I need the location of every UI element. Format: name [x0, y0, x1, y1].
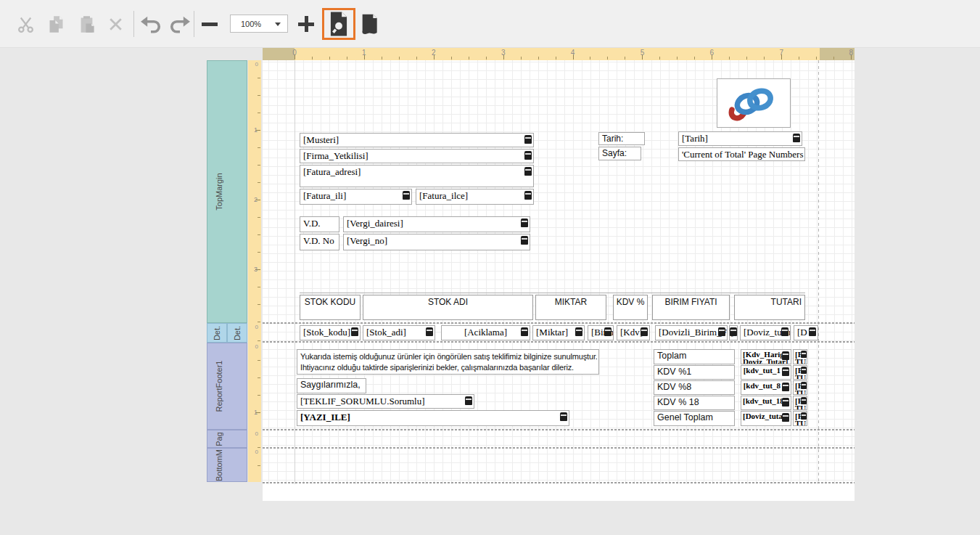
script-icon: [358, 12, 380, 36]
datafield-icon: [521, 219, 528, 227]
scissors-icon: [16, 15, 36, 34]
field-teklif-sorumlu[interactable]: [TEKLIF_SORUMLU.Sorumlu]: [297, 394, 474, 409]
column-header-stok-kodu[interactable]: STOK KODU: [300, 295, 361, 320]
field-doviz-small[interactable]: [D: [729, 325, 738, 340]
datafield-icon: [524, 151, 532, 160]
field-currency-4[interactable]: [FTU: [793, 411, 807, 426]
toolbar-separator: [194, 11, 194, 37]
copy-button[interactable]: [44, 9, 68, 38]
label-kdv18[interactable]: KDV % 18: [654, 396, 735, 410]
vertical-ruler: 012300100: [248, 60, 261, 482]
script-button[interactable]: [358, 9, 380, 38]
field-tarih[interactable]: [Tarih]: [678, 131, 802, 146]
column-header-kdv[interactable]: KDV %: [613, 295, 648, 320]
datafield-icon: [782, 367, 789, 376]
delete-icon: [107, 15, 125, 33]
delete-button[interactable]: [104, 9, 126, 38]
zoom-out-button[interactable]: [200, 9, 219, 38]
datafield-icon: [641, 327, 648, 336]
field-dovizli-birim-fiyat[interactable]: [Dovizli_Birim_Fi: [655, 325, 728, 340]
datafield-icon: [426, 327, 433, 336]
company-logo[interactable]: [717, 78, 791, 128]
band-separator: [263, 429, 855, 430]
report-page-canvas: [Musteri] [Firma_Yetkilisi] [Fatura_adre…: [263, 60, 855, 501]
field-fatura-adresi[interactable]: [Fatura_adresi]: [300, 165, 534, 187]
field-stok-kodu[interactable]: [Stok_kodu]: [300, 325, 361, 340]
redo-button[interactable]: [167, 9, 193, 38]
datafield-icon: [524, 191, 532, 200]
horizontal-ruler: 012345678: [263, 48, 855, 60]
undo-button[interactable]: [138, 9, 164, 38]
field-currency-2[interactable]: [FTU: [793, 380, 807, 395]
field-musteri[interactable]: [Musteri]: [300, 133, 534, 147]
label-toplam[interactable]: Toplam: [654, 349, 735, 364]
footer-message[interactable]: Yukarıda istemiş olduğunuz ürünler için …: [297, 349, 599, 375]
band-separator: [263, 341, 855, 343]
field-kdv-tut-18[interactable]: [kdv_tut_18: [741, 396, 791, 410]
label-vd[interactable]: V.D.: [300, 216, 339, 232]
right-margin-line: [818, 60, 819, 484]
column-header-tutari[interactable]: TUTARI: [734, 295, 805, 320]
field-fatura-ili[interactable]: [Fatura_ili]: [300, 189, 412, 205]
datafield-icon: [465, 396, 472, 405]
field-birim[interactable]: [Birim: [588, 325, 614, 340]
field-currency-0[interactable]: [FTU: [793, 349, 807, 364]
datafield-icon: [801, 412, 807, 420]
datafield-icon: [575, 327, 582, 336]
label-sayfa[interactable]: Sayfa:: [598, 147, 641, 160]
field-miktar[interactable]: [Miktar]: [532, 325, 585, 340]
label-vd-no[interactable]: V.D. No: [300, 234, 339, 250]
paste-button[interactable]: [74, 9, 99, 38]
print-preview-button[interactable]: [322, 8, 355, 40]
column-header-miktar[interactable]: MIKTAR: [535, 295, 606, 320]
band-page-footer[interactable]: Pag: [207, 430, 247, 448]
datafield-icon: [560, 412, 567, 421]
field-kdv-haric-doviz-tutar[interactable]: [Kdv_HarigDoviz_Tutar]: [741, 349, 791, 364]
field-doviz-last[interactable]: [D: [794, 325, 818, 340]
datafield-icon: [782, 398, 789, 407]
field-vergi-no[interactable]: [Vergi_no]: [343, 234, 530, 250]
zoom-select[interactable]: 100%: [230, 15, 288, 33]
field-vergi-dairesi[interactable]: [Vergi_dairesi]: [343, 216, 530, 232]
column-header-stok-adi[interactable]: STOK ADI: [363, 295, 533, 320]
field-firma-yetkilisi[interactable]: [Firma_Yetkilisi]: [300, 149, 534, 163]
band-bottom-margin[interactable]: BottomM: [207, 448, 247, 482]
cut-button[interactable]: [13, 9, 38, 38]
plus-icon: [298, 16, 314, 32]
field-currency-1[interactable]: [FTU: [793, 365, 807, 380]
field-stok-adi[interactable]: [Stok_adi]: [363, 325, 435, 340]
field-doviz-tutar-total[interactable]: [Doviz_tuta: [741, 411, 791, 426]
label-genel-toplam[interactable]: Genel Toplam: [654, 411, 735, 426]
band-top-margin[interactable]: TopMargin: [207, 60, 247, 323]
datafield-icon: [781, 327, 788, 336]
field-currency-3[interactable]: [FTU: [793, 396, 807, 410]
band-report-footer[interactable]: ReportFooter1: [207, 343, 247, 430]
toolbar-separator: [133, 11, 134, 37]
field-kdv-tut-1[interactable]: [kdv_tut_1: [741, 365, 791, 380]
band-detail-outer[interactable]: Det.: [207, 323, 227, 343]
field-yazi-ile[interactable]: [YAZI_ILE]: [297, 410, 569, 426]
column-header-birim-fiyati[interactable]: BIRIM FIYATI: [652, 295, 730, 320]
preview-icon: [327, 11, 350, 37]
left-margin-line: [295, 60, 295, 484]
field-fatura-ilce[interactable]: [Fatura_ilce]: [416, 189, 534, 205]
footer-saygilar[interactable]: Saygılarımızla,: [297, 378, 366, 393]
field-aciklama[interactable]: [Aciklama]: [441, 325, 530, 340]
field-doviz-tutar[interactable]: [Doviz_tutar]: [740, 325, 791, 340]
datafield-icon: [782, 413, 789, 422]
field-page-numbers[interactable]: 'Current of Total' Page Numbers: [678, 147, 805, 161]
datafield-icon: [782, 383, 789, 391]
band-detail-inner[interactable]: Det.: [227, 323, 247, 343]
band-separator: [263, 447, 855, 449]
datafield-icon: [604, 327, 612, 336]
zoom-in-button[interactable]: [296, 9, 316, 38]
label-kdv8[interactable]: KDV %8: [654, 380, 735, 395]
field-kdv-tut-8[interactable]: [kdv_tut_8: [741, 380, 791, 395]
band-separator: [263, 322, 855, 324]
field-kdv[interactable]: [Kdv]: [617, 325, 650, 340]
datafield-icon: [801, 351, 807, 358]
copy-icon: [46, 15, 66, 34]
label-kdv1[interactable]: KDV %1: [654, 365, 735, 380]
band-header-column: TopMargin Det. Det. ReportFooter1 Pag Bo…: [207, 60, 247, 482]
label-tarih[interactable]: Tarih:: [598, 132, 645, 145]
